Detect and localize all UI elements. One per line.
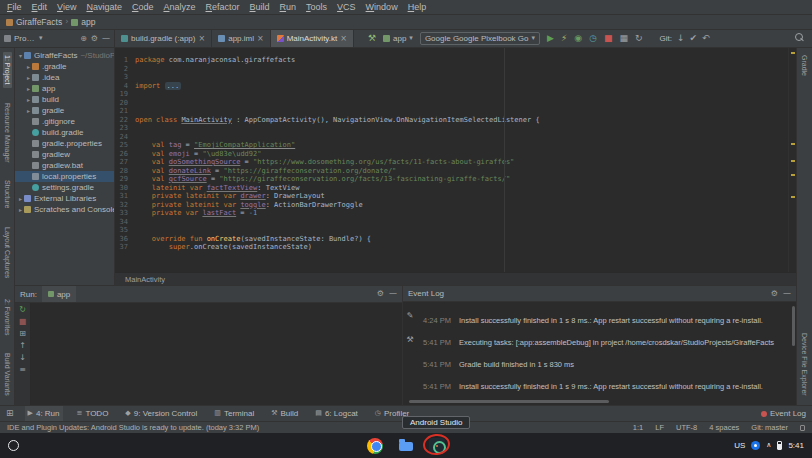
code-lines[interactable]: package com.naranjaconsal.giraffefacts i… xyxy=(131,48,796,272)
tree-item-gitignore[interactable]: .gitignore xyxy=(15,116,114,127)
apply-changes-icon[interactable]: ⚡ xyxy=(561,34,567,43)
search-button[interactable] xyxy=(795,33,804,44)
scroll-down-icon[interactable]: ↓ xyxy=(19,354,26,362)
status-message[interactable]: IDE and Plugin Updates: Android Studio i… xyxy=(7,423,259,432)
event-log-hscrollbar[interactable] xyxy=(409,400,609,403)
tree-toggle-icon[interactable]: ▸ xyxy=(25,64,32,70)
close-icon[interactable]: × xyxy=(257,35,264,43)
tool-window-button-9-version-control[interactable]: ◆9: Version Control xyxy=(122,406,200,421)
debug-icon[interactable]: ◉ xyxy=(574,34,582,43)
tool-strip-2-favorites[interactable]: 2: Favorites xyxy=(3,296,12,339)
close-icon[interactable]: × xyxy=(340,35,347,43)
tree-item-app[interactable]: ▸app xyxy=(15,83,114,94)
tree-toggle-icon[interactable]: ▸ xyxy=(25,97,32,103)
run-icon[interactable]: ▶ xyxy=(547,34,554,43)
error-stripe[interactable] xyxy=(788,48,796,272)
hide-panel-icon[interactable]: — xyxy=(783,290,791,298)
menu-vcs[interactable]: VCS xyxy=(332,2,361,12)
device-select[interactable]: Google Google Pixelbook Go▾ xyxy=(420,32,540,45)
device-manager-icon[interactable]: ▦ xyxy=(620,34,629,43)
menu-help[interactable]: Help xyxy=(403,2,432,12)
run-tab-app[interactable]: app xyxy=(42,286,76,302)
chevron-down-icon[interactable]: ▾ xyxy=(39,35,43,42)
status-1-1[interactable]: 1:1 xyxy=(633,423,643,432)
menu-navigate[interactable]: Navigate xyxy=(81,2,127,12)
project-tree[interactable]: ▾GiraffeFacts~/StudioProjects/GiraffeFac… xyxy=(15,48,115,285)
menu-edit[interactable]: Edit xyxy=(27,2,53,12)
locate-icon[interactable]: ⊕ xyxy=(80,35,87,43)
menu-file[interactable]: File xyxy=(2,2,27,12)
stop-icon[interactable]: ■ xyxy=(604,34,613,43)
pin-icon[interactable]: ⊞ xyxy=(19,330,26,338)
settings-gear-icon[interactable]: ⚙ xyxy=(91,35,98,43)
chrome-icon[interactable] xyxy=(367,438,383,454)
status-git-master[interactable]: Git: master xyxy=(751,423,788,432)
menu-run[interactable]: Run xyxy=(275,2,302,12)
run-config-select[interactable]: app▾ xyxy=(383,34,413,43)
tree-item-gradle[interactable]: ▸gradle xyxy=(15,105,114,116)
run-console[interactable] xyxy=(31,303,402,405)
menu-refactor[interactable]: Refactor xyxy=(201,2,245,12)
hide-panel-icon[interactable]: — xyxy=(389,290,397,298)
tree-toggle-icon[interactable]: ▸ xyxy=(17,207,24,213)
tree-item-gradlew[interactable]: gradlew xyxy=(15,149,114,160)
tool-strip-1-project[interactable]: 1: Project xyxy=(3,52,12,88)
console-settings-icon[interactable]: ≡ xyxy=(19,366,26,374)
menu-analyze[interactable]: Analyze xyxy=(158,2,200,12)
settings-gear-icon[interactable]: ⚙ xyxy=(377,290,384,298)
git-revert-icon[interactable]: ↶ xyxy=(702,34,710,43)
tree-item-build[interactable]: ▸build xyxy=(15,94,114,105)
tree-item-gradle-properties[interactable]: gradle.properties xyxy=(15,138,114,149)
menu-window[interactable]: Window xyxy=(361,2,403,12)
menu-view[interactable]: View xyxy=(52,2,81,12)
tree-item-settings-gradle[interactable]: settings.gradle xyxy=(15,182,114,193)
tool-strip-layout-captures[interactable]: Layout Captures xyxy=(3,224,12,281)
tool-strip-resource-manager[interactable]: Resource Manager xyxy=(3,100,12,166)
tree-toggle-icon[interactable]: ▾ xyxy=(17,53,24,59)
profile-icon[interactable]: ◷ xyxy=(589,34,597,43)
tab-mainactivity-kt[interactable]: MainActivity.kt× xyxy=(271,30,354,47)
scroll-up-icon[interactable]: ↑ xyxy=(19,342,26,350)
hide-panel-icon[interactable]: — xyxy=(102,35,110,43)
menu-code[interactable]: Code xyxy=(127,2,159,12)
tree-item-build-gradle[interactable]: build.gradle xyxy=(15,127,114,138)
tool-strip-build-variants[interactable]: Build Variants xyxy=(3,350,12,399)
tree-toggle-icon[interactable]: ▸ xyxy=(25,75,32,81)
event-log-button[interactable]: Event Log xyxy=(761,409,806,418)
status-utf-8[interactable]: UTF-8 xyxy=(676,423,697,432)
tree-item-idea[interactable]: ▸.idea xyxy=(15,72,114,83)
settings-gear-icon[interactable]: ⚙ xyxy=(771,290,778,298)
status-4-spaces[interactable]: 4 spaces xyxy=(709,423,739,432)
files-icon[interactable] xyxy=(398,438,414,454)
tool-window-button-terminal[interactable]: ▥Terminal xyxy=(211,406,257,421)
tool-window-button-todo[interactable]: ≡TODO xyxy=(74,406,112,421)
tool-strip-gradle[interactable]: Gradle xyxy=(800,52,809,79)
tool-strip-structure[interactable]: Structure xyxy=(3,177,12,211)
breadcrumb-giraffefacts[interactable]: GiraffeFacts xyxy=(6,17,62,27)
tree-toggle-icon[interactable]: ▸ xyxy=(25,86,32,92)
tool-strip-device-file-explorer[interactable]: Device File Explorer xyxy=(800,330,809,399)
tree-item-gradle[interactable]: ▸.gradle xyxy=(15,61,114,72)
tree-item-local-properties[interactable]: local.properties xyxy=(15,171,114,182)
system-tray[interactable]: US ∧ 5:41 xyxy=(734,441,804,450)
gradle-sync-icon[interactable]: ↻ xyxy=(635,34,643,43)
rerun-icon[interactable]: ↻ xyxy=(19,306,26,314)
tree-toggle-icon[interactable]: ▸ xyxy=(17,196,24,202)
tree-item-gradlew-bat[interactable]: gradlew.bat xyxy=(15,160,114,171)
tab-app-iml[interactable]: app.iml× xyxy=(212,30,271,47)
menu-build[interactable]: Build xyxy=(245,2,275,12)
menu-tools[interactable]: Tools xyxy=(301,2,332,12)
build-hammer-icon[interactable]: ⚒ xyxy=(368,34,376,43)
tab-build-gradle-app[interactable]: build.gradle (:app)× xyxy=(115,30,212,47)
tool-window-button-6-logcat[interactable]: ▤6: Logcat xyxy=(312,406,361,421)
tree-item-external-libraries[interactable]: ▸External Libraries xyxy=(15,193,114,204)
tool-window-button-4-run[interactable]: ▶4: Run xyxy=(25,406,63,421)
git-update-icon[interactable]: ↓ xyxy=(677,34,685,43)
breadcrumb-item[interactable]: MainActivity xyxy=(125,275,165,284)
breadcrumb-app[interactable]: app xyxy=(71,17,95,27)
tool-window-button-build[interactable]: ⚒Build xyxy=(268,406,301,421)
tree-item-giraffefacts[interactable]: ▾GiraffeFacts~/StudioProjects/GiraffeFac… xyxy=(15,50,114,61)
status-lf[interactable]: LF xyxy=(655,423,664,432)
stop-icon[interactable]: ■ xyxy=(19,318,27,326)
close-icon[interactable]: × xyxy=(198,35,205,43)
